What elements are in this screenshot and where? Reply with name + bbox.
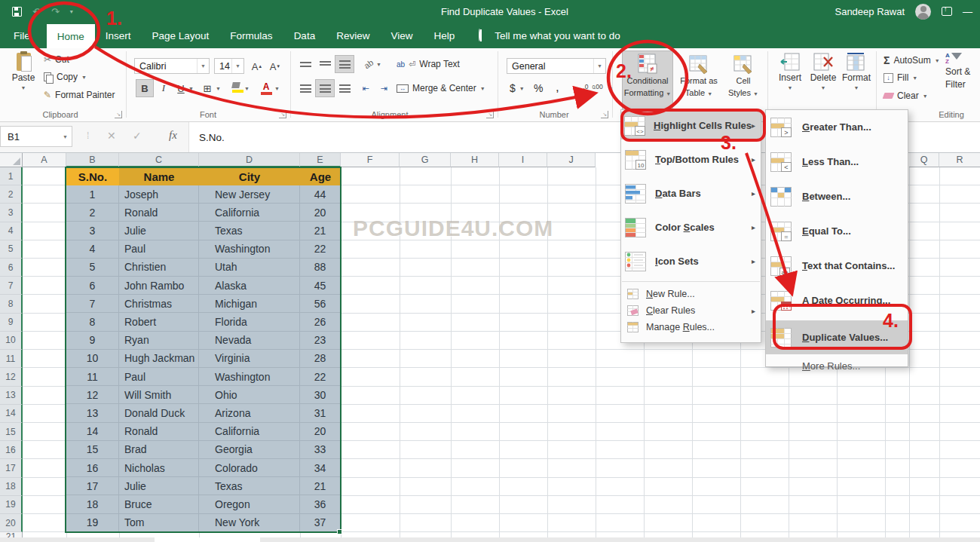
cell[interactable]: Julie [119, 222, 199, 240]
format-cells-button[interactable]: Format ▼ [840, 53, 873, 90]
percent-button[interactable]: % [534, 82, 543, 94]
row-header-1[interactable]: 1 [0, 167, 23, 185]
submenu-item-more-rules[interactable]: More Rules... [766, 357, 908, 374]
cut-button[interactable]: ✂ Cut [44, 54, 69, 65]
cell[interactable]: 2 [66, 204, 119, 222]
cell[interactable]: Ryan [119, 332, 199, 350]
increase-indent-button[interactable]: ⇥ [375, 80, 393, 96]
row-header-20[interactable]: 20 [0, 514, 23, 532]
align-bottom-button[interactable] [335, 56, 354, 72]
merge-center-button[interactable]: ↔ Merge & Center ▼ [397, 83, 485, 93]
cell[interactable]: 56 [300, 295, 341, 313]
cell[interactable]: 30 [300, 386, 341, 404]
user-avatar[interactable] [915, 4, 931, 20]
cell[interactable]: Washington [199, 240, 300, 259]
clear-button[interactable]: Clear ▼ [884, 90, 928, 101]
submenu-item-duplicate-values[interactable]: Duplicate Values... [766, 320, 908, 354]
cell[interactable]: 44 [300, 185, 341, 204]
cell[interactable]: John Rambo [119, 277, 199, 295]
row-header-16[interactable]: 16 [0, 441, 23, 459]
copy-button[interactable]: Copy ▼ [44, 72, 87, 82]
cell[interactable]: 23 [300, 332, 341, 350]
cell[interactable]: 37 [300, 514, 341, 532]
cell[interactable]: Arizona [199, 404, 300, 422]
col-header-r[interactable]: R [939, 153, 980, 167]
cell[interactable]: 33 [300, 441, 341, 459]
cell[interactable]: 10 [66, 350, 119, 368]
conditional-formatting-button[interactable]: ≠ Conditional Formatting ▼ [623, 51, 672, 110]
font-name-select[interactable]: Calibri ▼ [134, 58, 210, 74]
cell[interactable]: 14 [66, 423, 119, 441]
minimize-icon[interactable]: — [963, 6, 972, 17]
sort-filter-button[interactable]: AZ Sort & Filter [945, 53, 980, 90]
menu-item-top-bottom-rules[interactable]: 10 Top/Bottom Rules ▸ [621, 145, 761, 173]
cell[interactable]: Washington [199, 368, 300, 386]
ribbon-display-options-icon[interactable] [942, 7, 952, 16]
submenu-item-less-than[interactable]: < Less Than... [766, 147, 908, 176]
tab-home[interactable]: Home [47, 24, 95, 48]
fill-button[interactable]: ↓ Fill ▼ [884, 72, 917, 83]
tab-help[interactable]: Help [423, 23, 465, 48]
menu-item-color-scales[interactable]: Color Scales ▸ [621, 213, 761, 241]
table-header-city[interactable]: City [199, 167, 300, 185]
cell[interactable]: Christien [119, 259, 199, 277]
borders-caret-icon[interactable]: ▼ [216, 86, 221, 91]
row-header-7[interactable]: 7 [0, 277, 23, 295]
cell[interactable]: 34 [300, 459, 341, 477]
row-header-14[interactable]: 14 [0, 405, 23, 423]
tab-data[interactable]: Data [283, 23, 326, 48]
tab-view[interactable]: View [380, 23, 423, 48]
cell[interactable]: 22 [300, 240, 341, 259]
cell[interactable]: 12 [66, 386, 119, 404]
cell[interactable]: California [199, 423, 300, 441]
row-header-6[interactable]: 6 [0, 259, 23, 277]
cell[interactable]: Paul [119, 240, 199, 259]
cell[interactable]: Bruce [119, 495, 199, 513]
cell[interactable]: Ohio [199, 386, 300, 404]
row-header-9[interactable]: 9 [0, 314, 23, 332]
fill-handle[interactable] [337, 529, 342, 534]
tell-me-box[interactable]: Tell me what you want to do [479, 23, 620, 48]
cell[interactable]: 22 [300, 368, 341, 386]
font-dialog-launcher[interactable] [279, 111, 286, 118]
cell[interactable]: 21 [300, 477, 341, 495]
menu-item-clear-rules[interactable]: Clear Rules ▸ [621, 302, 761, 319]
comma-style-button[interactable]: , [556, 80, 559, 95]
submenu-item-equal-to[interactable]: = Equal To... [766, 216, 908, 246]
cell[interactable]: 13 [66, 404, 119, 422]
align-left-button[interactable] [296, 80, 314, 96]
cell[interactable]: 88 [300, 259, 341, 277]
row-header-8[interactable]: 8 [0, 295, 23, 313]
formula-bar-handle[interactable]: ⁞ [87, 130, 90, 141]
alignment-dialog-launcher[interactable] [486, 111, 494, 118]
cell[interactable]: Will Smith [119, 386, 199, 404]
cell[interactable]: New York [199, 514, 300, 532]
cell[interactable]: Brad [119, 441, 199, 459]
cell[interactable]: Texas [199, 477, 300, 495]
underline-caret-icon[interactable]: ▼ [188, 86, 194, 91]
cell[interactable]: 45 [300, 277, 341, 295]
cell[interactable]: Nicholas [119, 459, 199, 477]
cell[interactable]: Oregon [199, 495, 300, 513]
row-header-18[interactable]: 18 [0, 478, 23, 496]
col-header-g[interactable]: G [400, 153, 451, 167]
cell[interactable]: 3 [66, 222, 119, 240]
col-header-j[interactable]: J [547, 153, 596, 167]
cell[interactable]: 26 [300, 313, 341, 331]
submenu-item-text-that-contains[interactable]: ab Text that Contains... [766, 251, 908, 280]
col-header-i[interactable]: I [499, 153, 547, 167]
cell[interactable]: 1 [66, 185, 119, 204]
align-middle-button[interactable] [316, 56, 334, 72]
table-header-sno[interactable]: S.No. [66, 167, 119, 185]
col-header-c[interactable]: C [119, 153, 199, 167]
cell[interactable]: Georgia [199, 441, 300, 459]
fill-color-caret-icon[interactable]: ▼ [244, 86, 250, 91]
cell[interactable]: 19 [66, 514, 119, 532]
cell[interactable]: Utah [199, 259, 300, 277]
col-header-b[interactable]: B [66, 153, 119, 167]
cell[interactable]: 17 [66, 477, 119, 495]
cell[interactable]: Paul [119, 368, 199, 386]
increase-decimal-button[interactable]: ←.00 [573, 83, 596, 90]
row-header-15[interactable]: 15 [0, 423, 23, 441]
table-header-name[interactable]: Name [119, 167, 199, 185]
